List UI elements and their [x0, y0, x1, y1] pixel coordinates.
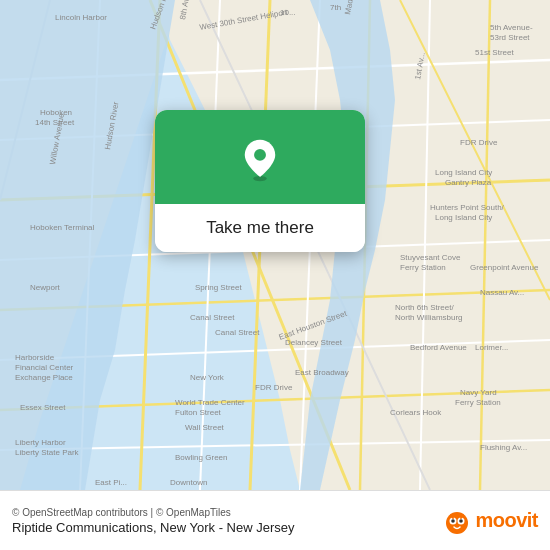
svg-text:Essex Street: Essex Street [20, 403, 66, 412]
svg-text:Harborside: Harborside [15, 353, 55, 362]
svg-text:North 6th Street/: North 6th Street/ [395, 303, 454, 312]
svg-text:Liberty Harbor: Liberty Harbor [15, 438, 66, 447]
svg-text:51st Street: 51st Street [475, 48, 514, 57]
svg-text:Bedford Avenue: Bedford Avenue [410, 343, 467, 352]
svg-text:Ferry Station: Ferry Station [455, 398, 501, 407]
svg-text:7th: 7th [330, 3, 341, 12]
svg-text:Hoboken Terminal: Hoboken Terminal [30, 223, 95, 232]
svg-text:Downtown: Downtown [170, 478, 207, 487]
svg-text:North Williamsburg: North Williamsburg [395, 313, 463, 322]
map-view: Willow Avenue Hudson River West 30th Str… [0, 0, 550, 490]
svg-text:Stuyvesant Cove: Stuyvesant Cove [400, 253, 461, 262]
svg-text:FDR Drive: FDR Drive [460, 138, 498, 147]
svg-text:East Pi...: East Pi... [95, 478, 127, 487]
svg-text:Wall Street: Wall Street [185, 423, 225, 432]
svg-text:Bowling Green: Bowling Green [175, 453, 227, 462]
svg-text:Lincoln Harbor: Lincoln Harbor [55, 13, 107, 22]
moovit-icon [443, 507, 471, 535]
svg-text:Lorimer...: Lorimer... [475, 343, 508, 352]
svg-text:Spring Street: Spring Street [195, 283, 242, 292]
svg-point-86 [452, 519, 456, 523]
svg-text:Navy Yard: Navy Yard [460, 388, 497, 397]
svg-text:Long Island City: Long Island City [435, 168, 492, 177]
svg-text:Canal Street: Canal Street [190, 313, 235, 322]
location-pin-icon [238, 138, 282, 182]
svg-text:Fulton Street: Fulton Street [175, 408, 222, 417]
svg-point-82 [254, 149, 266, 161]
popup-header [155, 110, 365, 204]
svg-text:10...: 10... [280, 8, 296, 17]
svg-text:5th Avenue-: 5th Avenue- [490, 23, 533, 32]
svg-text:Hoboken: Hoboken [40, 108, 72, 117]
svg-text:53rd Street: 53rd Street [490, 33, 530, 42]
take-me-there-button[interactable]: Take me there [155, 204, 365, 252]
svg-text:World Trade Center: World Trade Center [175, 398, 245, 407]
svg-text:East Broadway: East Broadway [295, 368, 349, 377]
bottom-bar: © OpenStreetMap contributors | © OpenMap… [0, 490, 550, 550]
svg-text:14th Street: 14th Street [35, 118, 75, 127]
svg-point-83 [446, 512, 468, 534]
location-name: Riptide Communications, New York - New J… [12, 520, 295, 535]
svg-text:Liberty State Park: Liberty State Park [15, 448, 80, 457]
svg-text:Delancey Street: Delancey Street [285, 338, 343, 347]
moovit-logo: moovit [443, 507, 538, 535]
svg-text:Long Island City: Long Island City [435, 213, 492, 222]
svg-text:Gantry Plaza: Gantry Plaza [445, 178, 492, 187]
svg-text:FDR Drive: FDR Drive [255, 383, 293, 392]
location-popup[interactable]: Take me there [155, 110, 365, 252]
svg-text:Financial Center: Financial Center [15, 363, 74, 372]
svg-text:Corlears Hook: Corlears Hook [390, 408, 442, 417]
svg-text:Exchange Place: Exchange Place [15, 373, 73, 382]
svg-text:New York: New York [190, 373, 225, 382]
svg-text:Ferry Station: Ferry Station [400, 263, 446, 272]
svg-text:Canal Street: Canal Street [215, 328, 260, 337]
svg-text:Hunters Point South/: Hunters Point South/ [430, 203, 505, 212]
svg-text:Flushing Av...: Flushing Av... [480, 443, 527, 452]
moovit-text: moovit [475, 509, 538, 532]
svg-text:Newport: Newport [30, 283, 61, 292]
svg-text:Nassau Av...: Nassau Av... [480, 288, 524, 297]
bottom-info: © OpenStreetMap contributors | © OpenMap… [12, 507, 295, 535]
svg-point-87 [460, 519, 464, 523]
svg-text:Greenpoint Avenue: Greenpoint Avenue [470, 263, 539, 272]
attribution: © OpenStreetMap contributors | © OpenMap… [12, 507, 295, 518]
